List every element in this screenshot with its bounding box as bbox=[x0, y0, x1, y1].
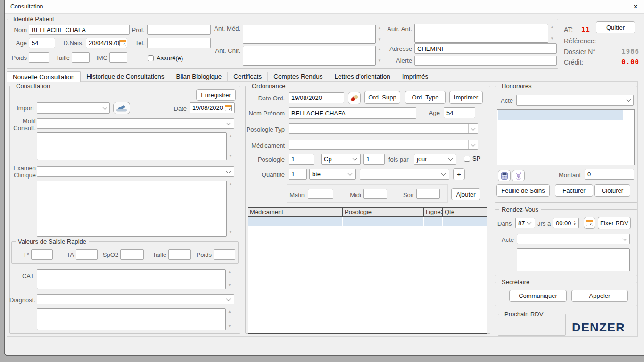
save-button[interactable]: Enregistrer bbox=[196, 89, 236, 101]
date-ord-field[interactable]: 19/08/2020 bbox=[289, 92, 344, 103]
tab-bilan-biologique[interactable]: Bilan Biologique bbox=[170, 72, 228, 82]
cloturer-button[interactable]: Cloturer bbox=[594, 184, 630, 197]
add-line-button[interactable]: + bbox=[453, 168, 465, 180]
posologie-dose-field[interactable]: 1 bbox=[289, 154, 314, 165]
quantite-field[interactable]: 1 bbox=[289, 169, 307, 180]
scan-button[interactable] bbox=[113, 102, 130, 114]
scroll-up-icon[interactable]: ▲ bbox=[378, 26, 381, 30]
autr-ant-textarea[interactable] bbox=[414, 24, 548, 43]
posologie-freq-field[interactable]: 1 bbox=[363, 154, 385, 165]
sp-checkbox[interactable] bbox=[464, 156, 470, 162]
scroll-up-icon[interactable]: ▲ bbox=[229, 182, 232, 186]
tab-nouvelle-consultation[interactable]: Nouvelle Consultation bbox=[7, 71, 81, 82]
tab-certificats[interactable]: Certificats bbox=[228, 72, 268, 82]
diagnost-select[interactable] bbox=[37, 294, 234, 304]
spin-up-icon[interactable]: ▲ bbox=[573, 221, 576, 223]
col-qte[interactable]: Qté bbox=[443, 208, 487, 216]
cat-textarea[interactable] bbox=[37, 269, 226, 289]
col-posologie[interactable]: Posologie bbox=[343, 208, 424, 216]
quantite-unit-select[interactable]: bte bbox=[309, 169, 356, 180]
medicament-select[interactable] bbox=[289, 140, 478, 150]
ant-med-textarea[interactable] bbox=[243, 25, 376, 44]
nom-prenom-field[interactable]: BELLACHE CHAFA bbox=[289, 107, 416, 119]
poids-field[interactable] bbox=[29, 52, 49, 63]
scroll-down-icon[interactable]: ▼ bbox=[229, 230, 232, 234]
rdv-note-textarea[interactable] bbox=[517, 248, 630, 272]
ant-chir-textarea[interactable] bbox=[243, 46, 376, 66]
t-field[interactable] bbox=[31, 249, 53, 260]
midi-field[interactable] bbox=[363, 189, 387, 199]
soir-field[interactable] bbox=[416, 189, 440, 199]
scroll-up-icon[interactable]: ▲ bbox=[228, 271, 231, 274]
ord-type-button[interactable]: Ord. Type bbox=[405, 91, 446, 104]
tab-historique-de-consultations[interactable]: Historique de Consultations bbox=[81, 72, 170, 82]
import-select[interactable] bbox=[37, 102, 110, 114]
scroll-up-icon[interactable]: ▲ bbox=[228, 310, 231, 313]
montant-field[interactable]: 0 bbox=[585, 169, 634, 180]
quit-button[interactable]: Quitter bbox=[596, 21, 635, 33]
scroll-up-icon[interactable]: ▲ bbox=[229, 134, 232, 138]
scroll-down-icon[interactable]: ▼ bbox=[378, 59, 381, 63]
ajouter-button[interactable]: Ajouter bbox=[451, 188, 480, 200]
motif-consult-textarea[interactable] bbox=[37, 132, 227, 160]
scroll-down-icon[interactable]: ▼ bbox=[378, 38, 381, 41]
tel-field[interactable] bbox=[147, 38, 211, 48]
ta-field[interactable] bbox=[76, 249, 98, 260]
posologie-unit-select[interactable]: Cp bbox=[321, 154, 361, 165]
tab-lettres-orientation[interactable]: Lettres d'orientation bbox=[329, 72, 396, 82]
dnais-field[interactable]: 20/04/1970 7 bbox=[86, 38, 127, 48]
calendar-icon[interactable]: 7 bbox=[225, 105, 232, 111]
scroll-up-icon[interactable]: ▲ bbox=[378, 48, 381, 51]
pill-button[interactable] bbox=[348, 92, 361, 104]
calculator-button[interactable] bbox=[498, 170, 511, 181]
scroll-down-icon[interactable]: ▼ bbox=[550, 37, 554, 41]
table-row[interactable] bbox=[248, 217, 487, 226]
list-item[interactable] bbox=[498, 110, 623, 120]
alerte-field[interactable] bbox=[414, 56, 557, 66]
receipt-button[interactable] bbox=[512, 170, 525, 181]
facturer-button[interactable]: Facturer bbox=[555, 184, 593, 197]
fixer-rdv-button[interactable]: Fixer RDV bbox=[598, 217, 631, 229]
ord-age-field[interactable]: 54 bbox=[444, 107, 475, 118]
matin-field[interactable] bbox=[308, 189, 333, 199]
scroll-down-icon[interactable]: ▼ bbox=[228, 283, 231, 287]
quantite-extra-select[interactable] bbox=[360, 169, 449, 180]
time-spinner[interactable]: 00:00 ▲ ▼ bbox=[553, 218, 579, 228]
ord-supp-button[interactable]: Ord. Supp bbox=[364, 91, 400, 104]
imc-field[interactable] bbox=[109, 52, 127, 63]
nom-field[interactable]: BELLACHE CHAFA bbox=[29, 25, 130, 35]
communiquer-button[interactable]: Communiquer bbox=[509, 290, 567, 302]
col-medicament[interactable]: Médicament bbox=[248, 208, 343, 216]
diagnost-textarea[interactable] bbox=[37, 308, 226, 330]
date-field[interactable]: 19/08/2020 7 bbox=[190, 102, 235, 113]
days-select[interactable]: 87 bbox=[515, 218, 535, 228]
tab-imprimes[interactable]: Imprimés bbox=[396, 72, 435, 82]
examen-clinique-textarea[interactable] bbox=[37, 181, 227, 237]
spinner-arrows[interactable]: ▲ ▼ bbox=[573, 221, 576, 226]
examen-clinique-select[interactable] bbox=[37, 166, 234, 177]
adresse-field[interactable]: CHEMINI bbox=[414, 43, 557, 54]
rdv-calendar-button[interactable]: 7 bbox=[584, 217, 595, 229]
motif-consult-select[interactable] bbox=[37, 118, 234, 129]
scroll-down-icon[interactable]: ▼ bbox=[228, 324, 231, 328]
acte-list[interactable] bbox=[497, 109, 635, 165]
poids-quick-field[interactable] bbox=[214, 249, 235, 260]
taille-field[interactable] bbox=[72, 52, 90, 63]
appeler-button[interactable]: Appeler bbox=[571, 290, 628, 302]
scroll-up-icon[interactable]: ▲ bbox=[550, 25, 554, 29]
tab-comptes-rendus[interactable]: Comptes Rendus bbox=[268, 72, 329, 82]
col-ligne2[interactable]: Ligne2 bbox=[424, 208, 443, 216]
imprimer-button[interactable]: Imprimer bbox=[449, 91, 483, 104]
close-icon[interactable]: ✕ bbox=[631, 2, 640, 11]
calendar-icon[interactable]: 7 bbox=[119, 40, 126, 46]
age-field[interactable]: 54 bbox=[29, 38, 55, 48]
feuille-de-soins-button[interactable]: Feuille de Soins bbox=[496, 184, 550, 197]
spo2-field[interactable] bbox=[120, 249, 144, 260]
spin-down-icon[interactable]: ▼ bbox=[573, 223, 576, 226]
freq-unit-select[interactable]: jour bbox=[414, 154, 456, 165]
assure-checkbox[interactable] bbox=[148, 55, 154, 61]
posologie-typ-select[interactable] bbox=[289, 123, 478, 134]
rdv-acte-select[interactable] bbox=[517, 234, 630, 244]
taille-quick-field[interactable] bbox=[168, 249, 191, 260]
acte-select[interactable] bbox=[516, 95, 634, 106]
